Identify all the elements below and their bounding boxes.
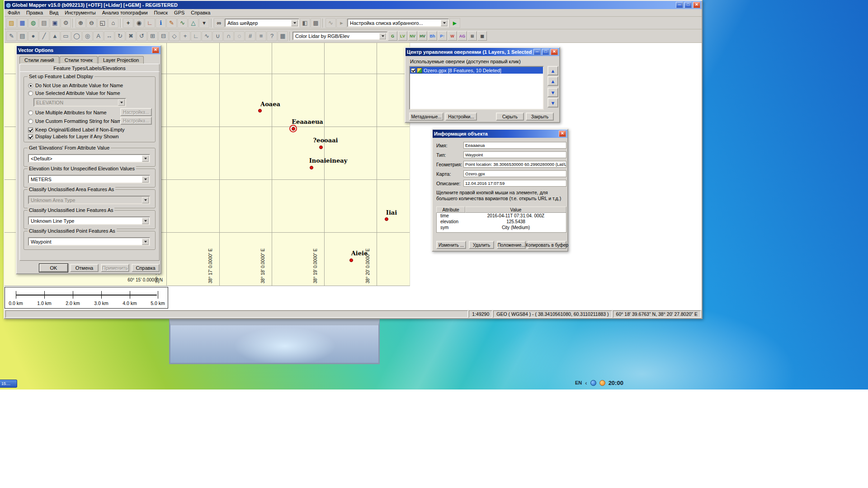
app-titlebar[interactable]: ◍ Global Mapper v15.0 (b092213) [+OTF] [… <box>5 1 702 9</box>
menu-item[interactable]: Анализ топографии <box>99 9 151 16</box>
elevation-attribute-combo[interactable]: <Default> <box>28 154 150 163</box>
close-button[interactable]: ✕ <box>551 49 558 55</box>
move-layer-down-button[interactable]: ▼ <box>547 88 558 97</box>
maximize-button[interactable]: □ <box>542 49 549 55</box>
menu-item[interactable]: Правка <box>23 9 46 16</box>
run-favorite-button[interactable]: ► <box>449 18 460 28</box>
dialog-titlebar[interactable]: Центр управления оверлеями (1 Layers, 1 … <box>406 48 559 56</box>
field-value[interactable]: Point location: 38.3066530000 60.2990280… <box>463 161 566 168</box>
clock[interactable]: 20:00 <box>609 380 623 386</box>
waypoint-marker[interactable] <box>349 258 353 262</box>
lidar-med-veg-icon[interactable]: NV <box>408 31 417 41</box>
field-value[interactable]: Waypoint <box>463 151 566 158</box>
help-button[interactable]: Справка <box>132 264 160 272</box>
overlay-list-item-selected[interactable]: Ozero.gpx [8 Features, 10 Deleted] <box>410 67 543 74</box>
taskbar-window-button[interactable]: 15.... <box>0 380 17 388</box>
lidar-auto-ground-icon[interactable]: AG <box>458 31 467 41</box>
grid-tool-icon[interactable]: ▦ <box>278 31 288 41</box>
edit-tool-icon[interactable]: ✎ <box>6 31 17 41</box>
cancel-button[interactable]: Отмена <box>70 264 99 272</box>
waypoint-marker[interactable] <box>385 217 388 221</box>
network-tray-icon[interactable] <box>590 380 596 386</box>
tab[interactable]: Стили точек <box>60 56 98 64</box>
dialog-titlebar[interactable]: Информация объекта ✕ <box>433 130 567 138</box>
zoom-window-icon[interactable]: ◱ <box>97 18 108 28</box>
combine-features-icon[interactable]: ∪ <box>212 31 223 41</box>
chevron-down-icon[interactable] <box>142 239 149 245</box>
menu-item[interactable]: Поиск <box>151 9 171 16</box>
position-button[interactable]: Положение... <box>497 241 526 249</box>
chevron-down-icon[interactable] <box>142 176 149 183</box>
table-row[interactable]: time 2016-04-11T 07:31:04. 000Z <box>437 213 566 219</box>
intersect-features-icon[interactable]: ∩ <box>223 31 234 41</box>
full-view-icon[interactable]: ⌂ <box>108 18 118 28</box>
crop-tool-icon[interactable]: # <box>245 31 255 41</box>
menu-item[interactable]: Вид <box>46 9 61 16</box>
layer-options-button[interactable]: Настройки... <box>445 113 477 121</box>
close-button[interactable]: ✕ <box>693 2 700 8</box>
profile-icon[interactable]: ∿ <box>202 31 212 41</box>
minimize-button[interactable]: ─ <box>533 49 541 55</box>
field-value[interactable]: 12.04.2016 17:07:59 <box>463 180 566 187</box>
favorites-combo[interactable]: Настройка списка избранного... <box>347 19 449 27</box>
chevron-down-icon[interactable] <box>441 20 448 26</box>
attribute-table-body[interactable]: time 2016-04-11T 07:31:04. 000Z elevatio… <box>436 213 566 233</box>
create-rectangle-icon[interactable]: ▭ <box>61 31 71 41</box>
lidar-high-veg-icon[interactable]: HV <box>418 31 427 41</box>
save-workspace-icon[interactable]: ▦ <box>17 18 28 28</box>
open-all-datasets-icon[interactable]: ▤ <box>39 18 49 28</box>
point-type-combo[interactable]: Waypoint <box>28 237 150 246</box>
hide-button[interactable]: Скрыть <box>496 113 524 121</box>
waypoint-marker[interactable] <box>258 109 262 113</box>
shader-combo[interactable]: Atlas шейдер <box>225 19 299 27</box>
measure-icon[interactable]: ∟ <box>191 31 201 41</box>
world-map-icon[interactable]: ◍ <box>28 18 38 28</box>
close-button[interactable]: ✕ <box>152 47 159 53</box>
lidar-low-veg-icon[interactable]: LV <box>398 31 407 41</box>
overlay-control-center-icon[interactable]: ▣ <box>50 18 60 28</box>
chevron-down-icon[interactable] <box>142 218 149 224</box>
waypoint-marker-selected[interactable] <box>292 127 295 131</box>
zoom-tool-icon[interactable]: ◉ <box>134 18 144 28</box>
open-file-icon[interactable]: ▨ <box>6 18 17 28</box>
lidar-grid-icon[interactable]: ⊞ <box>467 31 477 41</box>
move-layer-bottom-button[interactable]: ▼ <box>547 98 558 108</box>
edit-feature-button[interactable]: Изменить ... <box>436 241 466 249</box>
copy-to-clipboard-button[interactable]: Копировать в буфер <box>528 241 566 249</box>
undo-icon[interactable]: ↺ <box>137 31 147 41</box>
attributes-tool-icon[interactable]: ≡ <box>256 31 266 41</box>
waypoint-marker[interactable] <box>310 166 313 169</box>
move-layer-up-button[interactable]: ▲ <box>547 76 558 86</box>
move-feature-icon[interactable]: ↔ <box>104 31 114 41</box>
background-window[interactable] <box>169 319 380 364</box>
digitizer-tool-icon[interactable]: ✎ <box>166 18 177 28</box>
zoom-out-icon[interactable]: ⊖ <box>86 18 97 28</box>
buffer-tool-icon[interactable]: ◌ <box>234 31 245 41</box>
rotate-feature-icon[interactable]: ↻ <box>115 31 125 41</box>
language-indicator[interactable]: EN <box>575 380 582 385</box>
search-vector-icon[interactable]: ? <box>267 31 277 41</box>
metadata-button[interactable]: Метаданные... <box>409 113 443 121</box>
copy-feature-icon[interactable]: ⊞ <box>147 31 158 41</box>
minimize-button[interactable]: ─ <box>676 2 683 8</box>
menu-item[interactable]: GPS <box>171 9 188 16</box>
pan-tool-icon[interactable]: + <box>123 18 133 28</box>
texture-map-icon[interactable]: ▩ <box>311 18 321 28</box>
radio-no-attribute[interactable]: Do Not Use an Attribute Value for Name <box>28 83 123 88</box>
value-column-header[interactable]: Value <box>465 206 566 213</box>
attribute-column-header[interactable]: Attribute <box>436 206 465 213</box>
zoom-in-icon[interactable]: ⊕ <box>75 18 86 28</box>
lidar-building-icon[interactable]: Bh <box>428 31 437 41</box>
delete-feature-button[interactable]: Удалить <box>469 241 494 249</box>
info-tool-icon[interactable]: ▤ <box>17 31 28 41</box>
radio-multiple-attributes[interactable]: Use Multiple Attributes for Name <box>28 110 107 115</box>
layer-visibility-checkbox[interactable] <box>411 68 415 73</box>
create-text-icon[interactable]: A <box>93 31 104 41</box>
chevron-down-icon[interactable] <box>379 33 386 39</box>
paste-feature-icon[interactable]: ⊟ <box>158 31 169 41</box>
maximize-button[interactable]: □ <box>684 2 692 8</box>
close-button[interactable]: ✕ <box>559 131 566 137</box>
lidar-points-up-icon[interactable]: P↑ <box>438 31 447 41</box>
line-type-combo[interactable]: Unknown Line Type <box>28 216 150 225</box>
create-range-rings-icon[interactable]: ◎ <box>82 31 93 41</box>
